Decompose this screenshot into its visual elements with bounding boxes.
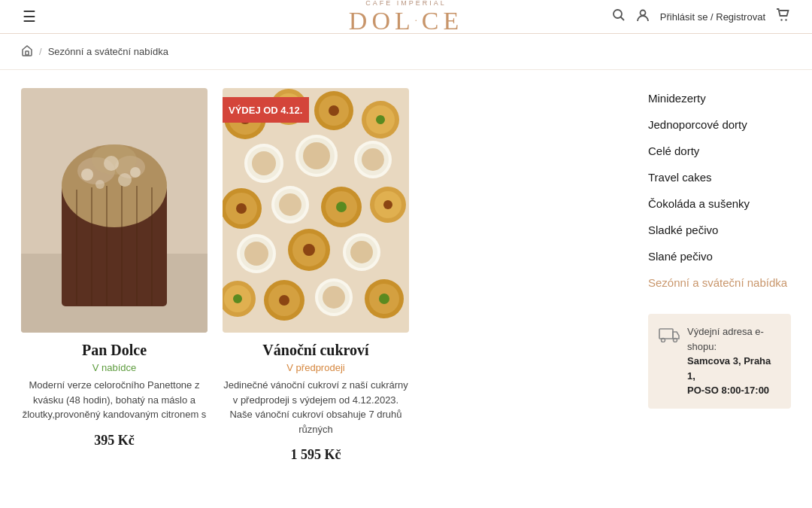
svg-point-55 — [271, 186, 309, 224]
svg-point-0 — [614, 10, 622, 18]
sidebar-item-travel-cakes[interactable]: Travel cakes — [648, 164, 791, 190]
svg-point-40 — [244, 144, 283, 183]
svg-point-15 — [130, 167, 141, 178]
brand-name-left: DOL — [349, 7, 415, 35]
svg-point-36 — [376, 115, 385, 124]
delivery-truck-icon — [659, 326, 680, 347]
product-area: Pan Dolce V nabídce Moderní verze celoro… — [21, 70, 633, 481]
svg-point-51 — [236, 203, 247, 214]
svg-point-48 — [354, 141, 392, 178]
svg-point-58 — [336, 202, 347, 212]
product-card-1[interactable]: Pan Dolce V nabídce Moderní verze celoro… — [21, 88, 208, 463]
product-name-2: Vánoční cukroví — [223, 342, 409, 359]
search-icon[interactable] — [612, 8, 626, 26]
product-card-2[interactable]: VÝDEJ OD 4.12. Vánoční cukroví V předpro… — [223, 88, 409, 463]
product-img-cookies: VÝDEJ OD 4.12. — [223, 88, 409, 333]
product-status-1: V nabídce — [21, 362, 208, 373]
svg-rect-5 — [26, 51, 29, 55]
product-image-2[interactable]: VÝDEJ OD 4.12. — [223, 88, 409, 333]
svg-text:VÝDEJ OD 4.12.: VÝDEJ OD 4.12. — [229, 105, 302, 116]
svg-point-4 — [785, 19, 786, 20]
svg-line-1 — [620, 17, 624, 20]
header-right: Přihlásit se / Registrovat — [612, 8, 789, 26]
hamburger-menu-icon[interactable]: ☰ — [23, 8, 36, 26]
svg-point-44 — [295, 135, 338, 177]
delivery-label: Výdejní adresa e-shopu: — [687, 326, 764, 352]
svg-point-75 — [233, 294, 242, 303]
svg-point-65 — [237, 234, 276, 273]
main-layout: Pan Dolce V nabídce Moderní verze celoro… — [0, 70, 812, 481]
product-status-2: V předprodeji — [223, 362, 409, 373]
svg-point-85 — [379, 294, 389, 304]
svg-point-2 — [640, 10, 645, 15]
svg-point-78 — [279, 295, 289, 306]
product-grid: Pan Dolce V nabídce Moderní verze celoro… — [21, 88, 633, 463]
svg-point-90 — [674, 339, 677, 342]
brand-dot: · — [415, 15, 422, 26]
svg-point-89 — [662, 339, 665, 342]
sidebar-nav: Minidezerty Jednoporcové dorty Celé dort… — [648, 85, 791, 296]
breadcrumb-current: Sezónní a sváteční nabídka — [48, 46, 168, 57]
svg-point-61 — [383, 200, 392, 209]
sidebar-item-jednoporcove[interactable]: Jednoporcové dorty — [648, 111, 791, 138]
product-price-1: 395 Kč — [21, 433, 208, 449]
svg-point-72 — [343, 233, 380, 271]
delivery-address: Samcova 3, Praha 1, — [687, 355, 771, 382]
brand-name-right: CE — [422, 7, 463, 35]
svg-point-33 — [329, 105, 339, 116]
svg-point-14 — [104, 156, 119, 171]
delivery-hours: PO-SO 8:00-17:00 — [687, 385, 769, 396]
svg-point-3 — [780, 19, 782, 20]
sidebar-item-cele-dorty[interactable]: Celé dorty — [648, 138, 791, 164]
product-desc-2: Jedinečné vánoční cukroví z naší cukrárn… — [223, 378, 409, 437]
sidebar-item-sladke[interactable]: Sladké pečivo — [648, 217, 791, 243]
svg-point-17 — [118, 173, 132, 187]
product-name-1: Pan Dolce — [21, 342, 208, 359]
cart-icon[interactable] — [776, 8, 789, 26]
header: ☰ CAFÉ IMPERIAL DOL·CE Přihlásit se / Re… — [0, 0, 812, 34]
svg-point-16 — [95, 180, 105, 189]
user-icon[interactable] — [636, 8, 650, 26]
svg-point-13 — [81, 169, 93, 181]
breadcrumb: / Sezónní a sváteční nabídka — [0, 34, 812, 70]
brand-title: DOL·CE — [349, 8, 463, 34]
home-icon[interactable] — [21, 44, 33, 59]
sidebar-item-cokolada[interactable]: Čokoláda a sušenky — [648, 190, 791, 217]
sidebar-item-slane[interactable]: Slané pečivo — [648, 243, 791, 269]
delivery-box: Výdejní adresa e-shopu: Samcova 3, Praha… — [648, 314, 791, 409]
sidebar: Minidezerty Jednoporcové dorty Celé dort… — [633, 70, 791, 481]
sidebar-item-sezonni[interactable]: Sezónní a sváteční nabídka — [648, 269, 791, 296]
brand-logo[interactable]: CAFÉ IMPERIAL DOL·CE — [349, 0, 463, 34]
product-img-pan-dolce — [21, 88, 208, 333]
breadcrumb-separator: / — [39, 46, 42, 57]
sidebar-item-minidezerty[interactable]: Minidezerty — [648, 85, 791, 111]
auth-link[interactable]: Přihlásit se / Registrovat — [660, 11, 765, 23]
product-price-2: 1 595 Kč — [223, 447, 409, 463]
product-image-1[interactable] — [21, 88, 208, 333]
svg-rect-88 — [659, 329, 673, 339]
svg-point-68 — [303, 244, 315, 256]
product-desc-1: Moderní verze celoročního Panettone z kv… — [21, 378, 208, 422]
header-left: ☰ — [23, 8, 36, 26]
delivery-info: Výdejní adresa e-shopu: Samcova 3, Praha… — [687, 324, 780, 398]
brand-subtitle: CAFÉ IMPERIAL — [349, 0, 463, 7]
svg-point-82 — [315, 278, 353, 316]
